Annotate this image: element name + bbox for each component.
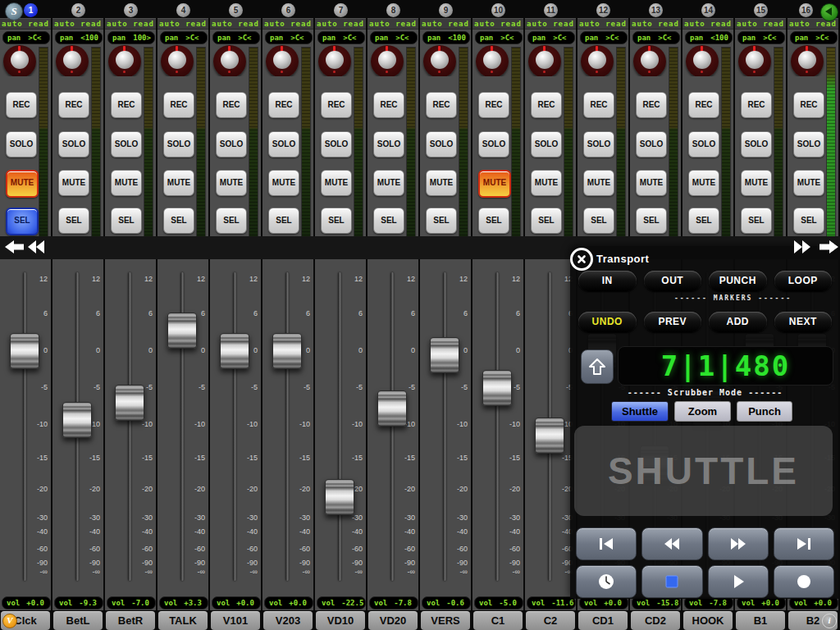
pan-knob[interactable] xyxy=(422,45,458,76)
mute-button[interactable]: MUTE xyxy=(321,170,352,196)
channel-name[interactable]: BetL xyxy=(53,611,103,630)
sel-button[interactable]: SEL xyxy=(741,208,772,234)
sel-button[interactable]: SEL xyxy=(373,208,404,234)
scrubber-pad[interactable]: SHUTTLE xyxy=(574,426,833,516)
mute-button[interactable]: MUTE xyxy=(478,170,511,198)
fader-cap[interactable] xyxy=(115,385,144,421)
mute-button[interactable]: MUTE xyxy=(111,170,142,196)
solo-button[interactable]: SOLO xyxy=(373,131,404,158)
solo-button[interactable]: SOLO xyxy=(111,131,142,158)
channel-name[interactable]: VERS xyxy=(421,611,470,630)
channel-name[interactable]: B1 xyxy=(736,611,785,630)
channel-name[interactable]: V101 xyxy=(211,611,260,630)
sel-button[interactable]: SEL xyxy=(268,208,299,234)
info-icon[interactable]: i xyxy=(822,614,837,628)
channel-name[interactable]: V203 xyxy=(263,611,313,630)
play-button[interactable] xyxy=(708,565,769,598)
channel-number-badge[interactable]: 9 xyxy=(439,3,453,17)
bank-fast-right-arrow[interactable] xyxy=(790,240,811,254)
solo-button[interactable]: SOLO xyxy=(321,131,352,158)
solo-button[interactable]: SOLO xyxy=(583,131,614,158)
solo-button[interactable]: SOLO xyxy=(636,131,667,158)
go-to-start-button[interactable] xyxy=(576,527,637,560)
shift-button[interactable] xyxy=(581,349,614,384)
mute-button[interactable]: MUTE xyxy=(216,170,247,196)
pan-knob[interactable] xyxy=(579,45,615,76)
out-button[interactable]: OUT xyxy=(644,271,702,291)
channel-number-badge[interactable]: 2 xyxy=(71,3,85,17)
pan-knob[interactable] xyxy=(317,45,353,76)
rec-button[interactable]: REC xyxy=(426,92,457,118)
sel-button[interactable]: SEL xyxy=(688,208,719,234)
channel-number-badge[interactable]: 5 xyxy=(229,3,243,17)
sel-button[interactable]: SEL xyxy=(583,208,614,234)
channel-name[interactable]: CD1 xyxy=(578,611,628,630)
automation-mode-display[interactable]: auto read xyxy=(735,19,786,30)
mute-button[interactable]: MUTE xyxy=(636,170,667,196)
sel-button[interactable]: SEL xyxy=(426,208,457,234)
fader-track[interactable] xyxy=(285,272,289,581)
sel-button[interactable]: SEL xyxy=(478,208,509,234)
loop-button[interactable]: LOOP xyxy=(774,271,833,291)
fader-track[interactable] xyxy=(23,272,26,581)
mute-button[interactable]: MUTE xyxy=(583,170,614,196)
solo-button[interactable]: SOLO xyxy=(426,131,457,158)
sel-button[interactable]: SEL xyxy=(793,208,824,234)
automation-mode-display[interactable]: auto read xyxy=(420,19,471,30)
pan-knob[interactable] xyxy=(527,45,563,76)
automation-mode-display[interactable]: auto read xyxy=(630,19,681,30)
mute-button[interactable]: MUTE xyxy=(58,170,89,196)
fader-track[interactable] xyxy=(233,272,236,581)
record-button[interactable] xyxy=(774,565,834,598)
bank-right-arrow[interactable] xyxy=(817,240,838,254)
solo-button[interactable]: SOLO xyxy=(478,131,509,158)
channel-number-badge[interactable]: 13 xyxy=(649,3,663,17)
pan-knob[interactable] xyxy=(264,45,300,76)
fader-track[interactable] xyxy=(495,272,499,581)
solo-button[interactable]: SOLO xyxy=(741,131,772,158)
automation-mode-display[interactable]: auto read xyxy=(525,19,576,30)
automation-mode-display[interactable]: auto read xyxy=(105,19,156,30)
rewind-button[interactable] xyxy=(641,527,702,560)
punch-button[interactable]: PUNCH xyxy=(709,271,767,291)
channel-name[interactable]: C2 xyxy=(526,611,575,630)
channel-name[interactable]: TALK xyxy=(158,611,208,630)
mute-button[interactable]: MUTE xyxy=(268,170,299,196)
automation-mode-display[interactable]: auto read xyxy=(578,19,628,30)
automation-mode-display[interactable]: auto read xyxy=(682,19,733,30)
channel-name[interactable]: C1 xyxy=(473,611,523,630)
rec-button[interactable]: REC xyxy=(688,92,719,118)
channel-number-badge[interactable]: 6 xyxy=(281,3,295,17)
stop-button[interactable] xyxy=(641,565,702,598)
sel-button[interactable]: SEL xyxy=(111,208,142,234)
channel-number-badge[interactable]: 1 xyxy=(24,3,38,17)
solo-button[interactable]: SOLO xyxy=(688,131,719,158)
rec-button[interactable]: REC xyxy=(111,92,142,118)
add-marker-button[interactable]: ADD xyxy=(709,312,767,332)
next-marker-button[interactable]: NEXT xyxy=(774,312,833,332)
channel-number-badge[interactable]: 7 xyxy=(334,3,348,17)
pan-knob[interactable] xyxy=(684,45,720,76)
rec-button[interactable]: REC xyxy=(478,92,509,118)
sel-button[interactable]: SEL xyxy=(636,208,667,234)
mute-button[interactable]: MUTE xyxy=(163,170,194,196)
sel-button[interactable]: SEL xyxy=(163,208,194,234)
rec-button[interactable]: REC xyxy=(321,92,352,118)
channel-name[interactable]: HOOK xyxy=(683,611,733,630)
pan-knob[interactable] xyxy=(632,45,668,76)
automation-mode-display[interactable]: auto read xyxy=(472,19,523,30)
automation-mode-display[interactable]: auto read xyxy=(210,19,261,30)
channel-number-badge[interactable]: 8 xyxy=(386,3,400,17)
sel-button[interactable]: SEL xyxy=(58,208,89,234)
rec-button[interactable]: REC xyxy=(58,92,89,118)
solo-button[interactable]: SOLO xyxy=(58,131,89,158)
solo-button[interactable]: SOLO xyxy=(216,131,247,158)
v-window-badge[interactable]: V xyxy=(2,614,17,628)
pan-knob[interactable] xyxy=(369,45,405,76)
solo-button[interactable]: SOLO xyxy=(268,131,299,158)
pan-knob[interactable] xyxy=(107,45,143,76)
fader-cap[interactable] xyxy=(167,313,197,349)
scrubber-mode-punch[interactable]: Punch xyxy=(737,401,792,422)
channel-number-badge[interactable]: 16 xyxy=(799,3,813,17)
channel-name[interactable]: VD10 xyxy=(316,611,365,630)
